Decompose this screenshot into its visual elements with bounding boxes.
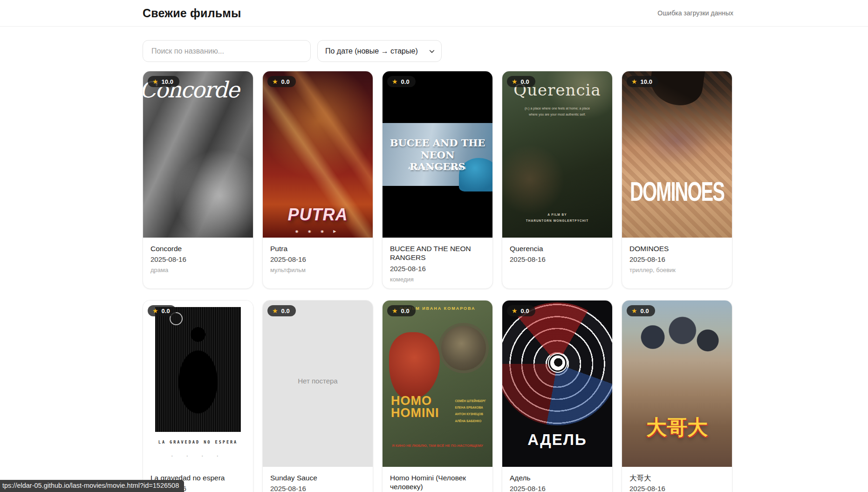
movie-poster: ★ 0.0 Нет постера bbox=[263, 301, 373, 467]
rating-value: 0.0 bbox=[641, 308, 649, 314]
poster-text: (n.) a place where one feels at home; a … bbox=[502, 106, 612, 117]
rating-value: 0.0 bbox=[281, 308, 290, 314]
movie-card[interactable]: ★ 10.0 DOMINOES DOMINOES 2025-08-16 трил… bbox=[622, 71, 732, 289]
star-icon: ★ bbox=[152, 308, 158, 314]
movie-card[interactable]: ★ 0.0 Нет постера Sunday Sauce 2025-08-1… bbox=[262, 300, 373, 492]
movie-card[interactable]: ★ 0.0 PUTRA◉ ◉ ◉ ▶ Putra 2025-08-16 муль… bbox=[262, 71, 373, 289]
movie-genres: драма bbox=[150, 266, 246, 273]
page-header: Свежие фильмы Ошибка загрузки данных bbox=[0, 0, 868, 27]
studio-logos-row: ▪ ▪ ▪ ▪ bbox=[143, 454, 253, 458]
poster-text: 大哥大 bbox=[622, 414, 732, 441]
poster-text: A FILM BY HAY NOVAK bbox=[383, 166, 492, 170]
rating-value: 0.0 bbox=[521, 308, 529, 314]
movie-card-body: Querencia 2025-08-16 bbox=[502, 238, 612, 273]
movie-date: 2025-08-16 bbox=[150, 255, 246, 263]
movie-card-body: Putra 2025-08-16 мультфильм bbox=[263, 238, 373, 279]
movie-card[interactable]: ★ 10.0 Concorde Concorde 2025-08-16 драм… bbox=[143, 71, 253, 289]
movie-card[interactable]: ★ 0.0 大哥大 大哥大 2025-08-16 bbox=[622, 300, 732, 492]
no-poster-placeholder: Нет постера bbox=[263, 377, 373, 385]
page-title: Свежие фильмы bbox=[143, 7, 241, 20]
load-error-text: Ошибка загрузки данных bbox=[657, 9, 733, 17]
poster-text: LA GRAVEDAD NO ESPERA bbox=[143, 440, 253, 444]
poster-text: BUCEE AND THE NEON RANGERS bbox=[383, 137, 492, 173]
rating-value: 10.0 bbox=[641, 79, 652, 85]
movie-title: Адель bbox=[510, 473, 605, 482]
rating-badge: ★ 0.0 bbox=[627, 305, 655, 316]
movie-card-body: Адель 2025-08-16 bbox=[502, 467, 612, 492]
movie-date: 2025-08-16 bbox=[510, 255, 605, 263]
rating-badge: ★ 0.0 bbox=[507, 305, 535, 316]
movie-poster: ★ 0.0 АДЕЛЬ bbox=[502, 301, 612, 467]
rating-badge: ★ 0.0 bbox=[387, 305, 416, 316]
movie-card[interactable]: ★ 0.0 АДЕЛЬ Адель 2025-08-16 bbox=[502, 300, 613, 492]
rating-value: 0.0 bbox=[401, 308, 410, 314]
rating-value: 0.0 bbox=[401, 79, 410, 85]
poster-text: PUTRA bbox=[263, 205, 373, 225]
movie-poster: ★ 0.0 BUCEE AND THE NEON RANGERSA FILM B… bbox=[383, 71, 492, 238]
movie-genres: триллер, боевик bbox=[629, 266, 724, 273]
rating-value: 10.0 bbox=[162, 79, 173, 85]
movie-title: Putra bbox=[270, 244, 365, 253]
movie-poster: ★ 0.0 ФИЛЬМ ИВАНА КОМАРОВАHOMO HOMINIСЕМ… bbox=[383, 301, 492, 467]
star-icon: ★ bbox=[392, 78, 398, 85]
star-icon: ★ bbox=[392, 308, 398, 314]
search-input[interactable] bbox=[143, 40, 311, 62]
star-icon: ★ bbox=[631, 78, 637, 85]
movie-poster: ★ 10.0 Concorde bbox=[143, 71, 253, 238]
link-preview-statusbar: tps://eldar-05.github.io/last-movies/mov… bbox=[0, 480, 184, 492]
movie-genres: мультфильм bbox=[270, 266, 365, 273]
movies-grid: ★ 10.0 Concorde Concorde 2025-08-16 драм… bbox=[143, 71, 732, 492]
movie-card[interactable]: ★ 0.0 BUCEE AND THE NEON RANGERSA FILM B… bbox=[382, 71, 493, 289]
rating-badge: ★ 0.0 bbox=[507, 76, 535, 87]
poster-text: АДЕЛЬ bbox=[502, 431, 612, 449]
poster-text: СЕМЁН ШТЕЙНБЕРГ ЕЛЕНА ЕРБАКОВА АНТОН КУЗ… bbox=[455, 398, 486, 424]
rating-value: 0.0 bbox=[521, 79, 529, 85]
link-preview-url: tps://eldar-05.github.io/last-movies/mov… bbox=[2, 482, 179, 489]
rating-badge: ★ 0.0 bbox=[387, 76, 416, 87]
movie-date: 2025-08-16 bbox=[390, 265, 485, 273]
movie-date: 2025-08-16 bbox=[629, 485, 724, 492]
poster-text: Я КИНО НЕ ЛЮБЛЮ, ТАМ ВСЁ НЕ ПО-НАСТОЯЩЕМ… bbox=[383, 444, 492, 448]
rating-badge: ★ 0.0 bbox=[267, 76, 296, 87]
star-icon: ★ bbox=[512, 308, 518, 314]
rating-badge: ★ 10.0 bbox=[148, 76, 179, 87]
movie-card-body: 大哥大 2025-08-16 bbox=[622, 467, 732, 492]
movie-poster: ★ 10.0 DOMINOES bbox=[622, 71, 732, 238]
movie-title: Homo Homini (Человек человеку) bbox=[390, 473, 485, 492]
poster-text: A FILM BY THARUNTORN WONGLERTPYCHIT bbox=[502, 212, 612, 224]
sort-select-wrap: По дате (новые → старые) bbox=[317, 40, 442, 62]
movie-poster: ★ 0.0 PUTRA◉ ◉ ◉ ▶ bbox=[263, 71, 373, 238]
movie-card[interactable]: ★ 0.0 LA GRAVEDAD NO ESPERA▪ ▪ ▪ ▪ La gr… bbox=[143, 300, 253, 492]
movie-genres bbox=[510, 266, 605, 267]
rating-badge: ★ 10.0 bbox=[627, 76, 658, 87]
rating-value: 0.0 bbox=[281, 79, 290, 85]
sort-select[interactable]: По дате (новые → старые) bbox=[317, 40, 442, 62]
movie-date: 2025-08-16 bbox=[270, 255, 365, 263]
star-icon: ★ bbox=[272, 308, 278, 314]
movie-card-body: Homo Homini (Человек человеку) 2025-08-1… bbox=[383, 467, 492, 492]
poster-text: DOMINOES bbox=[622, 176, 732, 206]
movie-card[interactable]: ★ 0.0 ФИЛЬМ ИВАНА КОМАРОВАHOMO HOMINIСЕМ… bbox=[382, 300, 493, 492]
movie-card-body: Concorde 2025-08-16 драма bbox=[143, 238, 253, 279]
movie-title: 大哥大 bbox=[629, 473, 724, 482]
star-icon: ★ bbox=[631, 308, 637, 314]
movie-date: 2025-08-16 bbox=[629, 255, 724, 263]
movie-card[interactable]: ★ 0.0 Querencia(n.) a place where one fe… bbox=[502, 71, 613, 289]
poster-text: HOMO HOMINI bbox=[391, 395, 439, 419]
movie-title: BUCEE AND THE NEON RANGERS bbox=[390, 244, 485, 262]
social-icons-row: ◉ ◉ ◉ ▶ bbox=[263, 229, 373, 233]
movie-date: 2025-08-16 bbox=[270, 485, 365, 492]
rating-badge: ★ 0.0 bbox=[267, 305, 296, 316]
star-icon: ★ bbox=[272, 78, 278, 85]
movie-card-body: Sunday Sauce 2025-08-16 bbox=[263, 467, 373, 492]
movie-card-body: BUCEE AND THE NEON RANGERS 2025-08-16 ко… bbox=[383, 238, 492, 288]
movie-poster: ★ 0.0 Querencia(n.) a place where one fe… bbox=[502, 71, 612, 238]
movie-poster: ★ 0.0 LA GRAVEDAD NO ESPERA▪ ▪ ▪ ▪ bbox=[143, 301, 253, 467]
movie-card-body: DOMINOES 2025-08-16 триллер, боевик bbox=[622, 238, 732, 279]
movie-title: Concorde bbox=[150, 244, 246, 253]
movie-date: 2025-08-16 bbox=[510, 485, 605, 492]
movie-poster: ★ 0.0 大哥大 bbox=[622, 301, 732, 467]
movie-genres: комедия bbox=[390, 276, 485, 283]
movie-title: DOMINOES bbox=[629, 244, 724, 253]
rating-value: 0.0 bbox=[162, 308, 170, 314]
